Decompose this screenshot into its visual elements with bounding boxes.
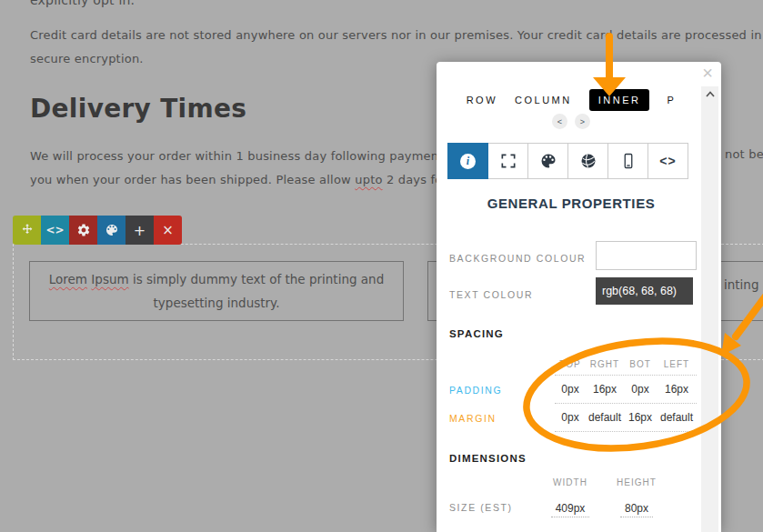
tab-general-info[interactable]: i — [447, 143, 488, 179]
width-value[interactable]: 409px — [551, 500, 590, 517]
margin-row: MARGIN 0px default 16px default — [449, 404, 693, 432]
mobile-icon — [619, 152, 638, 170]
padding-right-value[interactable]: 16px — [586, 383, 624, 396]
element-tabs: ROW COLUMN INNER P — [449, 89, 693, 110]
header-left: LEFT — [657, 359, 697, 369]
tab-code[interactable]: <> — [648, 143, 688, 179]
tab-pager: < > — [449, 114, 693, 129]
tab-global[interactable] — [567, 143, 608, 179]
settings-button[interactable] — [69, 216, 97, 245]
margin-right-value[interactable]: default — [586, 411, 624, 424]
tab-column[interactable]: COLUMN — [515, 95, 572, 105]
scroll-up-icon[interactable] — [705, 90, 716, 98]
spacing-header-row: TOP RGHT BOT LEFT — [449, 353, 693, 376]
tab-responsive[interactable] — [607, 143, 648, 179]
panel-scrollbar[interactable] — [701, 86, 718, 532]
tab-p[interactable]: P — [667, 95, 676, 105]
padding-label: PADDING — [449, 385, 555, 396]
margin-label: MARGIN — [449, 413, 555, 424]
globe-icon — [579, 152, 597, 170]
tab-layout[interactable] — [487, 143, 528, 179]
width-header: WIDTH — [538, 477, 602, 487]
lorem-text-block[interactable]: Lorem Ipsum is simply dummy text of the … — [29, 261, 404, 321]
spacing-table: TOP RGHT BOT LEFT PADDING 0px 16px 0px 1… — [449, 353, 693, 432]
tab-colors[interactable] — [527, 143, 568, 179]
lorem-line1: Lorem Ipsum is simply dummy text of the … — [30, 267, 403, 291]
code-button[interactable]: <> — [41, 216, 69, 245]
background-colour-input[interactable] — [596, 241, 697, 270]
background-colour-label: BACKGROUND COLOUR — [449, 253, 586, 264]
clipped-paragraph: explicitly opt in. — [30, 0, 135, 7]
padding-top-value[interactable]: 0px — [555, 383, 586, 396]
next-arrow-icon[interactable]: > — [575, 114, 590, 129]
property-icon-tabs: i <> — [448, 143, 688, 179]
properties-panel: × ROW COLUMN INNER P < > i — [437, 62, 721, 532]
header-right: RGHT — [586, 359, 624, 369]
code-icon: <> — [45, 224, 64, 236]
size-est-label: SIZE (EST) — [449, 502, 513, 513]
margin-top-value[interactable]: 0px — [555, 411, 586, 424]
paragraph-credit-line2: secure encryption. — [30, 52, 144, 65]
style-button[interactable] — [97, 216, 125, 245]
padding-row: PADDING 0px 16px 0px 16px — [449, 376, 693, 404]
gear-icon — [76, 223, 91, 237]
delete-button[interactable]: × — [154, 216, 182, 245]
dimensions-title: DIMENSIONS — [449, 453, 527, 464]
paragraph-credit-line1: Credit card details are not stored anywh… — [30, 28, 763, 42]
move-icon — [20, 223, 35, 237]
section-title: GENERAL PROPERTIES — [449, 196, 693, 211]
code-icon: <> — [659, 154, 676, 168]
padding-left-value[interactable]: 16px — [657, 383, 697, 396]
expand-icon — [499, 152, 517, 170]
height-header: HEIGHT — [605, 477, 668, 487]
header-bottom: BOT — [624, 359, 657, 369]
prev-arrow-icon[interactable]: < — [552, 114, 567, 129]
palette-icon — [539, 152, 557, 170]
paragraph-delivery-line2: you when your order has been shipped. Pl… — [30, 173, 442, 186]
tab-inner[interactable]: INNER — [589, 89, 650, 111]
header-top: TOP — [555, 359, 586, 369]
palette-icon — [105, 223, 119, 237]
text-colour-label: TEXT COLOUR — [449, 289, 533, 300]
screenshot-stage: { "page": { "clipped_top_line": "explici… — [0, 0, 763, 532]
tab-row[interactable]: ROW — [467, 95, 497, 105]
plus-icon: + — [134, 222, 146, 239]
element-toolbar: <> + × — [13, 216, 182, 245]
misspelled-word: upto — [355, 173, 382, 186]
add-button[interactable]: + — [125, 216, 154, 245]
close-icon: × — [162, 222, 174, 238]
right-column-fragment: inting a — [724, 277, 763, 292]
info-icon: i — [460, 154, 476, 169]
paragraph-delivery-line1: We will process your order within 1 busi… — [30, 149, 444, 163]
padding-bottom-value[interactable]: 0px — [624, 383, 657, 396]
margin-bottom-value[interactable]: 16px — [624, 411, 657, 424]
lorem-line2: typesetting industry. — [30, 291, 403, 315]
margin-left-value[interactable]: default — [657, 411, 697, 424]
paragraph-delivery-fragment: not be — [725, 147, 763, 161]
panel-close-icon[interactable]: × — [702, 63, 713, 84]
height-value[interactable]: 80px — [620, 500, 653, 517]
move-button[interactable] — [13, 216, 41, 245]
spacing-title: SPACING — [449, 328, 504, 339]
text-colour-swatch[interactable]: rgb(68, 68, 68) — [596, 277, 693, 305]
page-title: Delivery Times — [30, 94, 246, 124]
